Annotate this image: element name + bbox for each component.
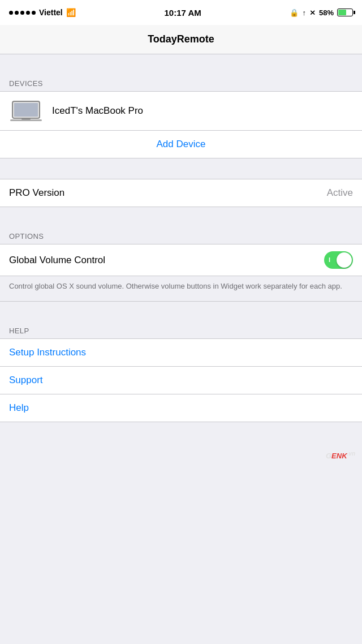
pro-version-status: Active (327, 187, 353, 199)
svg-rect-3 (21, 119, 31, 120)
nav-title: TodayRemote (148, 33, 214, 45)
devices-section-header: DEVICES (0, 75, 362, 91)
help-links-card: Setup Instructions Support Help (0, 338, 362, 422)
add-device-label: Add Device (157, 139, 206, 150)
section-gap-1 (0, 54, 362, 75)
svg-rect-1 (14, 103, 38, 117)
carrier-label: Viettel (39, 8, 63, 17)
device-name: IcedT's MacBook Pro (52, 105, 143, 117)
nav-bar: TodayRemote (0, 25, 362, 54)
wifi-icon: 📶 (66, 8, 76, 17)
pro-version-label: PRO Version (9, 187, 64, 199)
laptop-icon (9, 98, 43, 123)
status-time: 10:17 AM (164, 8, 201, 18)
status-left: Viettel 📶 (9, 8, 76, 17)
device-row[interactable]: IcedT's MacBook Pro (0, 92, 362, 131)
section-gap-2 (0, 158, 362, 179)
add-device-row[interactable]: Add Device (0, 131, 362, 158)
signal-dots (9, 11, 36, 15)
global-volume-control-row[interactable]: Global Volume Control I (0, 244, 362, 276)
lock-icon: 🔒 (290, 8, 299, 17)
battery-percent: 58% (319, 8, 334, 17)
bottom-gap: GENK.vn (0, 422, 362, 467)
setup-instructions-label: Setup Instructions (9, 347, 86, 358)
toggle-track-label: I (329, 257, 330, 263)
status-bar: Viettel 📶 10:17 AM 🔒 ↑ ⨯ 58% (0, 0, 362, 25)
toggle-knob (337, 252, 352, 268)
status-right: 🔒 ↑ ⨯ 58% (290, 8, 353, 17)
section-gap-3 (0, 207, 362, 227)
setup-instructions-row[interactable]: Setup Instructions (0, 338, 362, 366)
global-volume-control-label: Global Volume Control (9, 255, 105, 266)
help-section-header: HELP (0, 322, 362, 338)
devices-card: IcedT's MacBook Pro Add Device (0, 91, 362, 158)
options-section-header: OPTIONS (0, 227, 362, 244)
section-gap-4 (0, 302, 362, 322)
battery-icon (337, 8, 353, 16)
help-row[interactable]: Help (0, 394, 362, 422)
battery-fill (338, 10, 346, 15)
support-label: Support (9, 375, 43, 386)
global-volume-control-toggle[interactable]: I (324, 251, 353, 269)
volume-control-description: Control global OS X sound volume. Otherw… (0, 276, 362, 302)
bluetooth-icon: ⨯ (309, 8, 316, 17)
help-label: Help (9, 402, 29, 414)
genk-watermark: GENK.vn (326, 450, 355, 460)
support-row[interactable]: Support (0, 366, 362, 394)
pro-version-row[interactable]: PRO Version Active (0, 179, 362, 207)
location-icon: ↑ (302, 8, 306, 17)
